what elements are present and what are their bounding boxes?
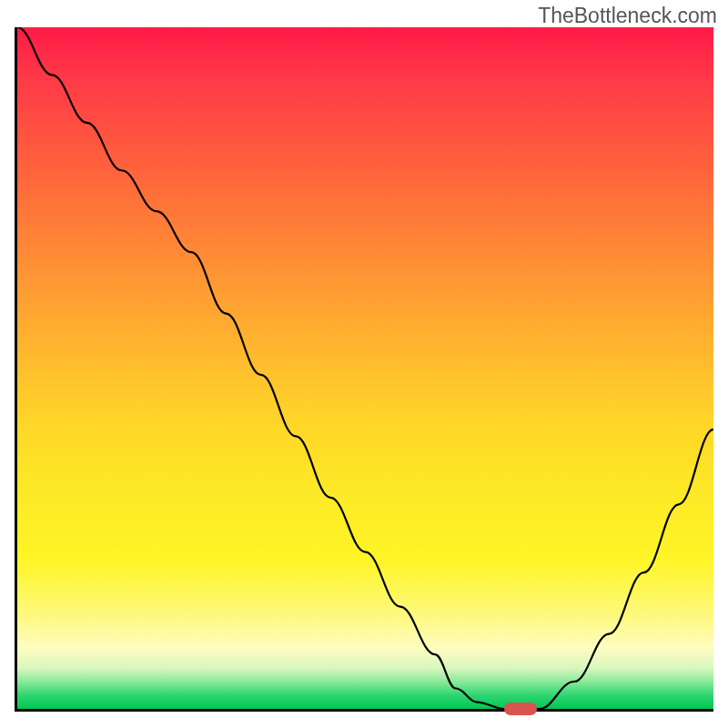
- bottleneck-chart: TheBottleneck.com: [0, 0, 728, 728]
- plot-area: [15, 27, 713, 712]
- optimal-marker: [504, 703, 537, 715]
- curve-svg: [17, 27, 713, 709]
- watermark-text: TheBottleneck.com: [538, 4, 717, 28]
- bottleneck-curve: [17, 27, 713, 709]
